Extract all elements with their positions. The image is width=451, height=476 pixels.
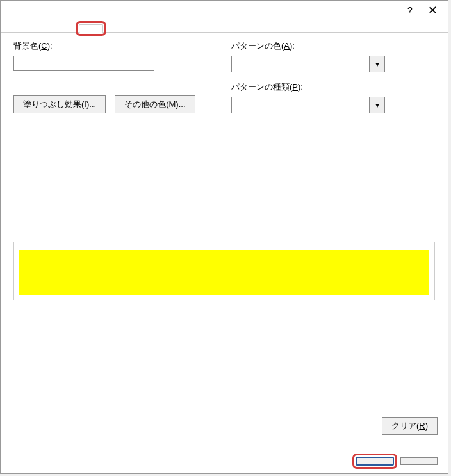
ok-button[interactable]	[356, 457, 394, 466]
tab-number-format[interactable]	[6, 24, 30, 33]
tab-fill[interactable]	[79, 24, 103, 33]
clear-button[interactable]: クリア(R)	[382, 417, 438, 435]
pattern-type-label: パターンの種類(P):	[231, 81, 435, 93]
background-color-label: 背景色(C):	[13, 40, 206, 52]
fill-effects-button[interactable]: 塗りつぶし効果(I)...	[13, 95, 106, 113]
close-button[interactable]: ✕	[420, 1, 445, 19]
help-button[interactable]: ?	[400, 5, 420, 15]
format-cells-dialog: ? ✕ 背景色(C): 塗りつぶし効果(I)... その他の色(M)...	[0, 0, 448, 474]
tab-border[interactable]	[54, 24, 79, 33]
sample-group	[13, 242, 435, 300]
chevron-down-icon: ▾	[369, 56, 384, 72]
chevron-down-icon: ▾	[369, 97, 384, 113]
sample-preview	[19, 250, 429, 295]
tab-bar	[1, 20, 448, 33]
more-colors-button[interactable]: その他の色(M)...	[115, 95, 195, 113]
pattern-type-dropdown[interactable]: ▾	[231, 97, 385, 113]
tab-font[interactable]	[30, 24, 54, 33]
titlebar: ? ✕	[1, 1, 448, 20]
pattern-color-dropdown[interactable]: ▾	[231, 56, 385, 72]
cancel-button[interactable]	[400, 457, 438, 465]
tab-content: 背景色(C): 塗りつぶし効果(I)... その他の色(M)... パターンの色…	[1, 33, 448, 308]
no-color-button[interactable]	[13, 56, 154, 71]
pattern-color-label: パターンの色(A):	[231, 40, 435, 52]
